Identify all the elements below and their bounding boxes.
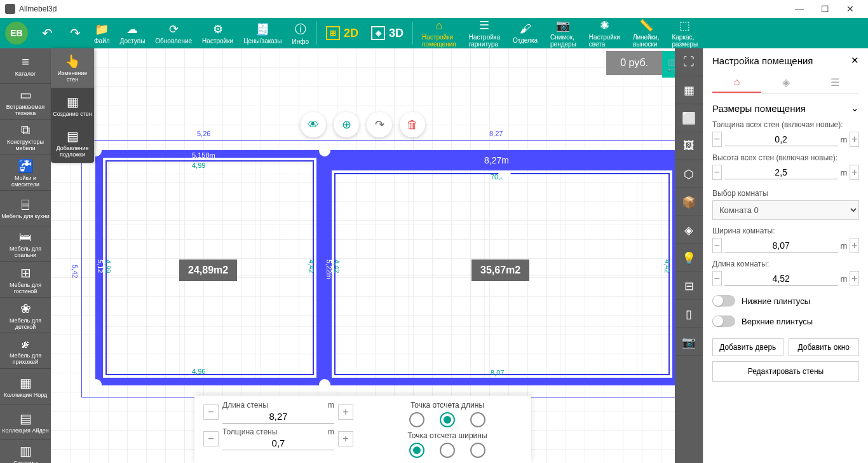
origin-length-left[interactable]	[409, 412, 424, 427]
panel-close-icon[interactable]: ✕	[851, 55, 859, 66]
snapshot-button[interactable]: 📷Снимок,рендеры	[544, 18, 583, 48]
room-select[interactable]: Комната 0	[712, 200, 859, 220]
wall-handle-icon[interactable]	[497, 172, 512, 181]
update-menu[interactable]: ⟳Обновление	[150, 18, 197, 48]
kids-item[interactable]: ❀Мебель для детской	[0, 298, 51, 333]
view-2d-button[interactable]: ⊞2D	[320, 26, 365, 40]
room-width-inc[interactable]: +	[850, 238, 859, 253]
wall-thickness-decrement[interactable]: −	[203, 431, 219, 446]
wall-length-decrement[interactable]: −	[203, 404, 219, 420]
door-button[interactable]: ▯	[675, 300, 703, 328]
frame-button[interactable]: ⬚Каркас,размеры	[665, 18, 704, 48]
room-length-inc[interactable]: +	[850, 271, 859, 286]
node-tm[interactable]	[319, 145, 330, 156]
constructors-item[interactable]: ⧉Конструкторы мебели	[0, 120, 51, 155]
cube-button[interactable]: ◈	[675, 216, 703, 244]
info-menu[interactable]: ⓘИнфо	[287, 18, 315, 48]
living-item[interactable]: ⊞Мебель для гостиной	[0, 262, 51, 298]
all-wall-thickness-input[interactable]	[724, 133, 838, 146]
room-width-input[interactable]	[724, 239, 838, 252]
cart-icon[interactable]: 🛒	[662, 51, 675, 78]
light-settings-button[interactable]: ✺Настройкисвета	[583, 18, 627, 48]
wall-length-increment[interactable]: +	[338, 404, 353, 420]
wall-thickness-input[interactable]	[222, 436, 334, 450]
origin-width-left[interactable]	[409, 443, 424, 458]
wall-thickness-increment[interactable]: +	[338, 431, 353, 446]
room-length-dec[interactable]: −	[712, 271, 722, 286]
align-button[interactable]: ⊟	[675, 272, 703, 300]
nord-item[interactable]: ▦Коллекция Норд	[0, 369, 51, 404]
room-sizes-section[interactable]: Размеры помещения⌄	[712, 102, 859, 114]
user-badge[interactable]: EB	[5, 22, 28, 45]
node-bl[interactable]	[90, 379, 102, 390]
view-3d-button[interactable]: ◈3D	[365, 26, 410, 40]
tab-layers[interactable]: ◈	[761, 73, 810, 93]
visibility-button[interactable]: 👁	[301, 112, 326, 137]
node-bm[interactable]	[319, 379, 330, 390]
add-door-button[interactable]: Добавить дверь	[712, 338, 783, 356]
appliances-item[interactable]: ▭Встраиваемая техника	[0, 84, 51, 120]
all-wall-height-dec[interactable]: −	[712, 165, 722, 180]
grid-button[interactable]: ▦	[675, 76, 703, 104]
edit-walls-button[interactable]: Редактировать стены	[712, 361, 859, 382]
bedroom-item[interactable]: 🛏Мебель для спальни	[0, 226, 51, 262]
all-wall-height-inc[interactable]: +	[850, 165, 859, 180]
chevron-down-icon: ⌄	[851, 102, 859, 114]
close-button[interactable]: ✕	[837, 0, 863, 18]
canvas-area[interactable]: 0 руб. 🛒 👁 ⊕ ↷ 🗑 5,26 8,27 9,26 5,42 5,3…	[51, 48, 675, 463]
prices-menu[interactable]: 🧾Цены/заказы	[238, 18, 287, 48]
tab-room[interactable]: ⌂	[712, 73, 761, 93]
storage-item[interactable]: ▥Системы хранения	[0, 440, 51, 463]
aiden-item[interactable]: ▤Коллекция Айден	[0, 404, 51, 440]
floorplan[interactable]: 5,26 8,27 9,26 5,42 5,32 24,89m2 5,158m …	[70, 150, 667, 392]
wall-length-label: Длина стены	[222, 401, 268, 410]
origin-width-right[interactable]	[470, 443, 485, 458]
fullscreen-button[interactable]: ⛶	[675, 48, 703, 76]
room-settings-button[interactable]: ⌂Настройкипомещения	[416, 18, 463, 48]
hallway-item[interactable]: ⸙Мебель для прихожей	[0, 333, 51, 369]
settings-menu[interactable]: ⚙Настройки	[197, 18, 238, 48]
access-menu[interactable]: ☁Доступы	[115, 18, 151, 48]
bulb-button[interactable]: 💡	[675, 244, 703, 272]
sinks-item[interactable]: 🚰Мойки и смесители	[0, 155, 51, 191]
finishing-button[interactable]: 🖌Отделка	[506, 18, 544, 48]
add-circle-button[interactable]: ⊕	[334, 112, 359, 137]
undo-button[interactable]: ↶	[33, 18, 61, 48]
catalog-item[interactable]: ≡Каталог	[0, 48, 51, 84]
room-2[interactable]: 35,67m2 8,27m 70,8 8,07 8,27m 5,22m 4,42…	[324, 150, 675, 385]
wall-length-input[interactable]	[222, 410, 334, 424]
edit-walls-tool[interactable]: 👆Изменение стен	[51, 48, 94, 88]
camera2-button[interactable]: 📷	[675, 328, 703, 356]
redo-float-button[interactable]: ↷	[367, 112, 392, 137]
furniture-settings-button[interactable]: ☰Настройкагарнитура	[463, 18, 506, 48]
room-1[interactable]: 24,89m2 5,158m 4,99 4,96 5,158m 4,99 5,1…	[95, 150, 324, 385]
add-window-button[interactable]: Добавить окно	[789, 338, 860, 356]
dim-top1: 5,26	[197, 130, 210, 137]
origin-width-center[interactable]	[440, 443, 455, 458]
kitchen-item[interactable]: ⌸Мебель для кухни	[0, 191, 51, 226]
file-menu[interactable]: 📁Файл	[89, 18, 115, 48]
room-width-dec[interactable]: −	[712, 238, 722, 253]
origin-length-right[interactable]	[470, 412, 485, 427]
delete-button[interactable]: 🗑	[400, 112, 425, 137]
image-button[interactable]: 🖼	[675, 132, 703, 160]
all-wall-height-input[interactable]	[724, 166, 838, 179]
maximize-button[interactable]: ☐	[812, 0, 837, 18]
all-wall-thickness-inc[interactable]: +	[850, 132, 859, 147]
rulers-button[interactable]: 📏Линейки,выноски	[627, 18, 666, 48]
add-underlay-tool[interactable]: ▤Добавление подложки	[51, 123, 94, 163]
package-button[interactable]: 📦	[675, 188, 703, 216]
lower-skirting-toggle[interactable]	[712, 295, 735, 307]
room-length-input[interactable]	[724, 272, 838, 286]
wall-length-col: − Длина стеныm + − Толщина стеныm +	[203, 401, 353, 458]
all-wall-thickness-dec[interactable]: −	[712, 132, 722, 147]
divider	[316, 22, 317, 45]
tab-list[interactable]: ☰	[810, 73, 859, 93]
redo-button[interactable]: ↷	[61, 18, 89, 48]
origin-length-center[interactable]	[440, 412, 455, 427]
minimize-button[interactable]: —	[787, 0, 812, 18]
upper-skirting-toggle[interactable]	[712, 315, 735, 327]
fit-button[interactable]: ⬜	[675, 104, 703, 132]
layers-button[interactable]: ⬡	[675, 160, 703, 188]
create-walls-tool[interactable]: ▦Создание стен	[51, 88, 94, 123]
